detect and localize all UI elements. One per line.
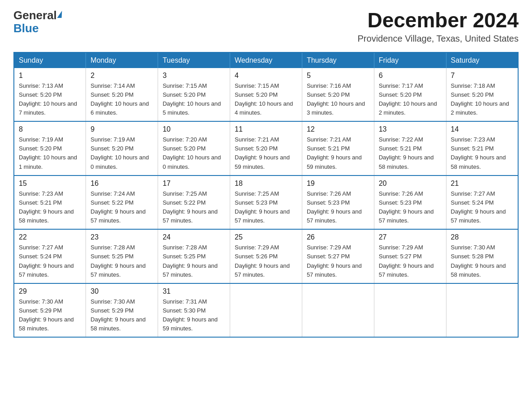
calendar-day-cell: 10Sunrise: 7:20 AMSunset: 5:20 PMDayligh… bbox=[158, 121, 230, 176]
day-info: Sunrise: 7:23 AMSunset: 5:21 PMDaylight:… bbox=[19, 189, 81, 226]
day-number: 15 bbox=[19, 180, 81, 188]
calendar-day-cell bbox=[230, 283, 302, 338]
weekday-header-saturday: Saturday bbox=[446, 52, 518, 68]
day-info: Sunrise: 7:15 AMSunset: 5:20 PMDaylight:… bbox=[163, 81, 225, 118]
logo-triangle-icon bbox=[57, 11, 63, 18]
day-number: 26 bbox=[307, 233, 369, 241]
weekday-header-thursday: Thursday bbox=[302, 52, 374, 68]
calendar-day-cell: 30Sunrise: 7:30 AMSunset: 5:29 PMDayligh… bbox=[86, 283, 158, 338]
day-info: Sunrise: 7:30 AMSunset: 5:29 PMDaylight:… bbox=[90, 297, 153, 334]
calendar-day-cell: 22Sunrise: 7:27 AMSunset: 5:24 PMDayligh… bbox=[14, 229, 86, 283]
day-info: Sunrise: 7:18 AMSunset: 5:20 PMDaylight:… bbox=[451, 81, 513, 118]
day-number: 31 bbox=[163, 287, 225, 295]
calendar-day-cell: 27Sunrise: 7:29 AMSunset: 5:27 PMDayligh… bbox=[374, 229, 446, 283]
title-area: December 2024 Providence Village, Texas,… bbox=[358, 9, 519, 44]
day-number: 10 bbox=[163, 125, 225, 133]
day-number: 22 bbox=[19, 233, 81, 241]
calendar-day-cell: 15Sunrise: 7:23 AMSunset: 5:21 PMDayligh… bbox=[14, 176, 86, 230]
calendar-day-cell: 7Sunrise: 7:18 AMSunset: 5:20 PMDaylight… bbox=[446, 68, 518, 122]
day-number: 5 bbox=[307, 72, 369, 80]
day-number: 23 bbox=[90, 233, 153, 241]
calendar-day-cell: 28Sunrise: 7:30 AMSunset: 5:28 PMDayligh… bbox=[446, 229, 518, 283]
month-title: December 2024 bbox=[358, 9, 519, 32]
weekday-header-row: SundayMondayTuesdayWednesdayThursdayFrid… bbox=[14, 52, 518, 68]
day-number: 27 bbox=[379, 233, 442, 241]
calendar-day-cell: 14Sunrise: 7:23 AMSunset: 5:21 PMDayligh… bbox=[446, 121, 518, 176]
day-info: Sunrise: 7:21 AMSunset: 5:20 PMDaylight:… bbox=[235, 135, 297, 171]
day-number: 3 bbox=[163, 72, 225, 80]
day-info: Sunrise: 7:26 AMSunset: 5:23 PMDaylight:… bbox=[379, 189, 442, 226]
day-info: Sunrise: 7:27 AMSunset: 5:24 PMDaylight:… bbox=[451, 189, 513, 226]
logo: General Blue bbox=[13, 9, 62, 34]
day-info: Sunrise: 7:20 AMSunset: 5:20 PMDaylight:… bbox=[163, 135, 225, 171]
day-number: 24 bbox=[163, 233, 225, 241]
day-info: Sunrise: 7:31 AMSunset: 5:30 PMDaylight:… bbox=[163, 297, 225, 334]
calendar-day-cell bbox=[446, 283, 518, 338]
day-number: 13 bbox=[379, 125, 442, 133]
calendar-day-cell: 6Sunrise: 7:17 AMSunset: 5:20 PMDaylight… bbox=[374, 68, 446, 122]
day-info: Sunrise: 7:19 AMSunset: 5:20 PMDaylight:… bbox=[19, 135, 81, 171]
day-number: 17 bbox=[163, 180, 225, 188]
day-number: 7 bbox=[451, 72, 513, 80]
calendar-day-cell: 12Sunrise: 7:21 AMSunset: 5:21 PMDayligh… bbox=[302, 121, 374, 176]
day-info: Sunrise: 7:24 AMSunset: 5:22 PMDaylight:… bbox=[90, 189, 153, 226]
day-info: Sunrise: 7:23 AMSunset: 5:21 PMDaylight:… bbox=[451, 135, 513, 171]
day-info: Sunrise: 7:16 AMSunset: 5:20 PMDaylight:… bbox=[307, 81, 369, 118]
day-info: Sunrise: 7:30 AMSunset: 5:29 PMDaylight:… bbox=[19, 297, 81, 334]
calendar-day-cell: 26Sunrise: 7:29 AMSunset: 5:27 PMDayligh… bbox=[302, 229, 374, 283]
calendar-day-cell: 13Sunrise: 7:22 AMSunset: 5:21 PMDayligh… bbox=[374, 121, 446, 176]
day-number: 21 bbox=[451, 180, 513, 188]
day-info: Sunrise: 7:17 AMSunset: 5:20 PMDaylight:… bbox=[379, 81, 442, 118]
day-number: 30 bbox=[90, 287, 153, 295]
calendar-day-cell: 24Sunrise: 7:28 AMSunset: 5:25 PMDayligh… bbox=[158, 229, 230, 283]
weekday-header-sunday: Sunday bbox=[14, 52, 86, 68]
calendar-day-cell bbox=[302, 283, 374, 338]
weekday-header-friday: Friday bbox=[374, 52, 446, 68]
calendar-day-cell: 23Sunrise: 7:28 AMSunset: 5:25 PMDayligh… bbox=[86, 229, 158, 283]
day-info: Sunrise: 7:28 AMSunset: 5:25 PMDaylight:… bbox=[163, 243, 225, 279]
calendar-day-cell: 4Sunrise: 7:15 AMSunset: 5:20 PMDaylight… bbox=[230, 68, 302, 122]
day-info: Sunrise: 7:30 AMSunset: 5:28 PMDaylight:… bbox=[451, 243, 513, 279]
calendar-day-cell: 5Sunrise: 7:16 AMSunset: 5:20 PMDaylight… bbox=[302, 68, 374, 122]
weekday-header-monday: Monday bbox=[86, 52, 158, 68]
calendar-week-row: 1Sunrise: 7:13 AMSunset: 5:20 PMDaylight… bbox=[14, 68, 518, 122]
day-number: 29 bbox=[19, 287, 81, 295]
day-info: Sunrise: 7:22 AMSunset: 5:21 PMDaylight:… bbox=[379, 135, 442, 171]
day-number: 8 bbox=[19, 125, 81, 133]
day-number: 20 bbox=[379, 180, 442, 188]
calendar-day-cell: 31Sunrise: 7:31 AMSunset: 5:30 PMDayligh… bbox=[158, 283, 230, 338]
calendar-day-cell: 2Sunrise: 7:14 AMSunset: 5:20 PMDaylight… bbox=[86, 68, 158, 122]
calendar-day-cell: 8Sunrise: 7:19 AMSunset: 5:20 PMDaylight… bbox=[14, 121, 86, 176]
day-info: Sunrise: 7:29 AMSunset: 5:27 PMDaylight:… bbox=[379, 243, 442, 279]
day-number: 16 bbox=[90, 180, 153, 188]
day-info: Sunrise: 7:29 AMSunset: 5:27 PMDaylight:… bbox=[307, 243, 369, 279]
day-info: Sunrise: 7:28 AMSunset: 5:25 PMDaylight:… bbox=[90, 243, 153, 279]
day-info: Sunrise: 7:21 AMSunset: 5:21 PMDaylight:… bbox=[307, 135, 369, 171]
day-number: 11 bbox=[235, 125, 297, 133]
weekday-header-tuesday: Tuesday bbox=[158, 52, 230, 68]
day-info: Sunrise: 7:25 AMSunset: 5:23 PMDaylight:… bbox=[235, 189, 297, 226]
day-number: 25 bbox=[235, 233, 297, 241]
calendar-day-cell: 11Sunrise: 7:21 AMSunset: 5:20 PMDayligh… bbox=[230, 121, 302, 176]
day-number: 9 bbox=[90, 125, 153, 133]
day-number: 18 bbox=[235, 180, 297, 188]
day-number: 1 bbox=[19, 72, 81, 80]
day-number: 6 bbox=[379, 72, 442, 80]
day-info: Sunrise: 7:25 AMSunset: 5:22 PMDaylight:… bbox=[163, 189, 225, 226]
calendar-week-row: 22Sunrise: 7:27 AMSunset: 5:24 PMDayligh… bbox=[14, 229, 518, 283]
calendar-week-row: 29Sunrise: 7:30 AMSunset: 5:29 PMDayligh… bbox=[14, 283, 518, 338]
day-info: Sunrise: 7:14 AMSunset: 5:20 PMDaylight:… bbox=[90, 81, 153, 118]
day-info: Sunrise: 7:13 AMSunset: 5:20 PMDaylight:… bbox=[19, 81, 81, 118]
calendar-day-cell: 25Sunrise: 7:29 AMSunset: 5:26 PMDayligh… bbox=[230, 229, 302, 283]
day-info: Sunrise: 7:27 AMSunset: 5:24 PMDaylight:… bbox=[19, 243, 81, 279]
calendar-day-cell bbox=[374, 283, 446, 338]
calendar-day-cell: 17Sunrise: 7:25 AMSunset: 5:22 PMDayligh… bbox=[158, 176, 230, 230]
day-number: 4 bbox=[235, 72, 297, 80]
calendar-week-row: 15Sunrise: 7:23 AMSunset: 5:21 PMDayligh… bbox=[14, 176, 518, 230]
calendar-day-cell: 3Sunrise: 7:15 AMSunset: 5:20 PMDaylight… bbox=[158, 68, 230, 122]
calendar-table: SundayMondayTuesdayWednesdayThursdayFrid… bbox=[13, 52, 519, 338]
day-info: Sunrise: 7:19 AMSunset: 5:20 PMDaylight:… bbox=[90, 135, 153, 171]
page-header: General Blue December 2024 Providence Vi… bbox=[13, 9, 519, 44]
day-info: Sunrise: 7:15 AMSunset: 5:20 PMDaylight:… bbox=[235, 81, 297, 118]
logo-blue-text: Blue bbox=[13, 22, 62, 35]
